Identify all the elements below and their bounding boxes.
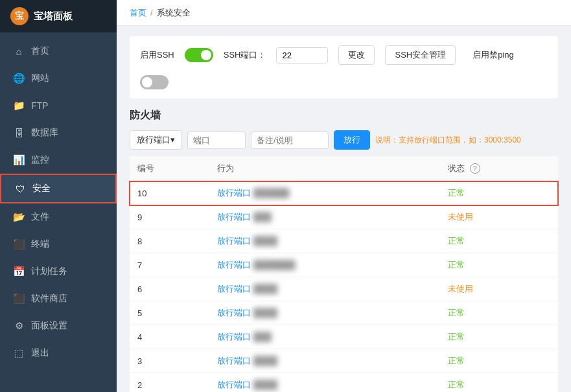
cell-no: 2 [130,373,209,393]
action-link[interactable]: 放行端口 [217,356,251,365]
sidebar-item-ftp[interactable]: 📁FTP [0,92,117,119]
cell-status: 未使用 [440,205,558,229]
cell-action: 放行端口 ██████ [209,181,440,205]
col-no: 编号 [130,156,209,181]
sidebar-item-label-ftp: FTP [31,100,48,111]
status-badge: 正常 [448,188,465,198]
action-link[interactable]: 放行端口 [217,380,251,389]
security-icon: 🛡 [14,183,26,194]
sidebar-item-label-files: 文件 [31,211,49,223]
table-row: 4 放行端口 ███ 正常 [130,325,558,349]
sidebar-item-security[interactable]: 🛡安全 [0,174,117,203]
sidebar-item-label-logout: 退出 [31,347,49,359]
ssh-port-input[interactable] [276,47,328,63]
add-rule-button[interactable]: 放行 [334,130,370,150]
cell-status: 正常 [440,253,558,277]
sidebar-item-label-panel: 面板设置 [31,320,67,332]
appstore-icon: ⬛ [13,293,25,305]
logo-icon: 宝 [10,7,29,25]
ping-toggle[interactable] [140,75,169,89]
cell-no: 8 [130,229,209,253]
blurred-port: ██████ [253,188,289,198]
sidebar-item-monitor[interactable]: 📊监控 [0,146,117,174]
action-link[interactable]: 放行端口 [217,308,251,317]
status-badge: 正常 [448,356,465,365]
firewall-bar: 放行端口▾ 放行 说明：支持放行端口范围，如：3000:3500 [130,130,558,150]
breadcrumb: 首页 / 系统安全 [117,0,571,26]
cell-action: 放行端口 ████ [209,277,440,301]
col-action: 行为 [209,156,440,181]
sidebar-item-label-tasks: 计划任务 [31,266,67,277]
firewall-section: 防火墙 放行端口▾ 放行 说明：支持放行端口范围，如：3000:3500 编号 … [130,109,558,392]
sidebar-item-tasks[interactable]: 📅计划任务 [0,258,117,285]
ssh-port-label: SSH端口： [224,49,266,61]
table-row: 6 放行端口 ████ 未使用 [130,277,558,301]
action-link[interactable]: 放行端口 [217,284,251,294]
sidebar-item-logout[interactable]: ⬚退出 [0,340,117,367]
sidebar-item-appstore[interactable]: ⬛软件商店 [0,285,117,312]
cell-no: 3 [130,349,209,373]
hint-text: 说明：支持放行端口范围，如：3000:3500 [375,135,521,146]
cell-status: 正常 [440,325,558,349]
sidebar-item-label-website: 网站 [31,73,49,84]
note-input[interactable] [251,132,329,149]
status-badge: 正常 [448,260,465,270]
cell-action: 放行端口 ████ [209,229,440,253]
action-link[interactable]: 放行端口 [217,188,251,198]
cell-status: 正常 [440,181,558,205]
cell-no: 4 [130,325,209,349]
port-input[interactable] [187,132,246,149]
sidebar-item-label-monitor: 监控 [31,154,49,166]
sidebar-item-website[interactable]: 🌐网站 [0,65,117,92]
tasks-icon: 📅 [13,266,25,277]
blurred-port: ███████ [253,260,295,270]
terminal-icon: ⬛ [13,238,25,250]
action-link[interactable]: 放行端口 [217,260,251,270]
cell-action: 放行端口 ████ [209,349,440,373]
table-row: 3 放行端口 ████ 正常 [130,349,558,373]
cell-status: 正常 [440,301,558,325]
cell-action: 放行端口 ████ [209,373,440,393]
table-row: 9 放行端口 ███ 未使用 [130,205,558,229]
sidebar-item-files[interactable]: 📂文件 [0,203,117,231]
breadcrumb-separator: / [150,8,153,17]
blurred-port: ████ [253,284,277,294]
port-type-select[interactable]: 放行端口▾ [130,130,182,150]
ssh-toggle[interactable] [185,48,213,62]
blurred-port: ████ [253,356,277,365]
cell-no: 5 [130,301,209,325]
sidebar-item-database[interactable]: 🗄数据库 [0,119,117,146]
ssh-change-button[interactable]: 更改 [338,45,375,65]
cell-no: 10 [130,181,209,205]
table-row: 8 放行端口 ████ 正常 [130,229,558,253]
database-icon: 🗄 [13,128,25,139]
status-badge: 正常 [448,380,465,389]
sidebar-item-label-terminal: 终端 [31,238,49,250]
page-content: 启用SSH SSH端口： 更改 SSH安全管理 启用禁ping 防火墙 放行端口… [117,26,571,392]
sidebar-item-panel[interactable]: ⚙面板设置 [0,312,117,340]
sidebar-item-home[interactable]: ⌂首页 [0,38,117,65]
main-content: 首页 / 系统安全 启用SSH SSH端口： 更改 SSH安全管理 启用禁pin… [117,0,571,392]
sidebar: 宝 宝塔面板 ⌂首页🌐网站📁FTP🗄数据库📊监控🛡安全📂文件⬛终端📅计划任务⬛软… [0,0,117,392]
blurred-port: ████ [253,236,277,246]
cell-status: 正常 [440,373,558,393]
blurred-port: ███ [253,212,272,222]
action-link[interactable]: 放行端口 [217,332,251,341]
status-badge: 正常 [448,332,465,341]
action-link[interactable]: 放行端口 [217,236,251,246]
logo-text: 宝塔面板 [34,10,73,23]
ssh-security-button[interactable]: SSH安全管理 [385,45,456,65]
files-icon: 📂 [13,211,25,223]
sidebar-item-terminal[interactable]: ⬛终端 [0,231,117,258]
table-row: 7 放行端口 ███████ 正常 [130,253,558,277]
monitor-icon: 📊 [13,154,25,166]
action-link[interactable]: 放行端口 [217,212,251,222]
breadcrumb-home-link[interactable]: 首页 [130,7,146,19]
status-badge: 正常 [448,236,465,246]
cell-no: 7 [130,253,209,277]
sidebar-nav: ⌂首页🌐网站📁FTP🗄数据库📊监控🛡安全📂文件⬛终端📅计划任务⬛软件商店⚙面板设… [0,32,117,392]
status-help-icon[interactable]: ? [470,163,480,174]
cell-status: 正常 [440,349,558,373]
cell-no: 9 [130,205,209,229]
sidebar-item-label-database: 数据库 [31,127,58,139]
